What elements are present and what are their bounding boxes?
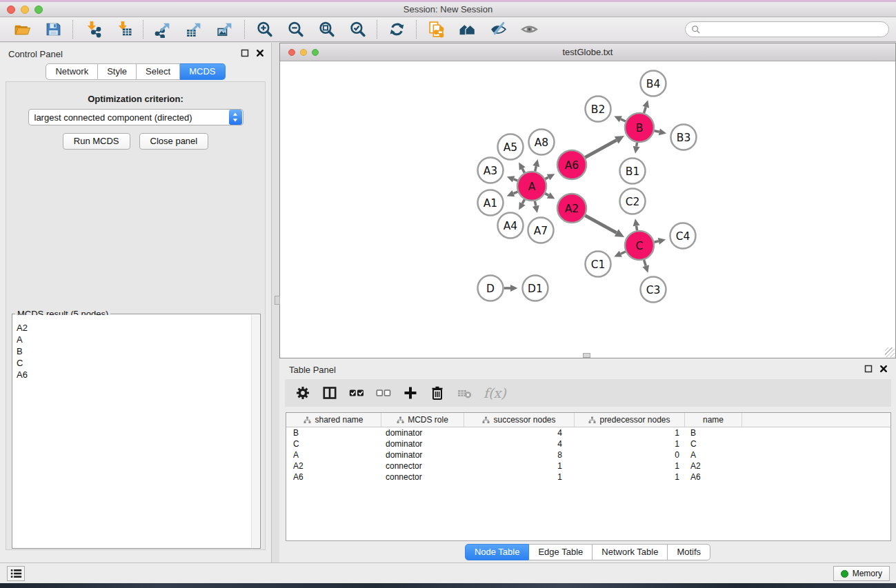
edge-B-B1[interactable] <box>637 143 637 147</box>
cell-MCDS-role[interactable]: connector <box>381 472 464 482</box>
table-row[interactable]: A2connector11A2 <box>286 460 890 472</box>
edge-A-A7[interactable] <box>535 201 535 206</box>
tab-edge-table[interactable]: Edge Table <box>529 544 593 560</box>
tab-mcds[interactable]: MCDS <box>180 63 225 80</box>
cell-name[interactable]: A <box>685 450 742 460</box>
cell-name[interactable]: B <box>685 428 742 438</box>
horizontal-split-handle[interactable] <box>583 353 590 358</box>
tab-network[interactable]: Network <box>46 63 98 80</box>
cell-shared-name[interactable]: A <box>286 450 381 460</box>
column-header-shared-name[interactable]: shared name <box>286 413 381 427</box>
show-hide-details-icon[interactable] <box>520 21 538 39</box>
cell-shared-name[interactable]: A2 <box>286 461 381 471</box>
network-canvas[interactable]: B4B2BB3A5A8A6B1A3AC2A1A2A4A7C4CC1C3DD1 <box>280 61 895 358</box>
edge-C-C1[interactable] <box>621 252 626 254</box>
import-network-icon[interactable] <box>83 21 101 39</box>
import-table-icon[interactable] <box>115 21 132 39</box>
cell-shared-name[interactable]: B <box>286 428 381 438</box>
cell-successor-nodes[interactable]: 1 <box>464 472 575 482</box>
cell-predecessor-nodes[interactable]: 1 <box>575 439 685 449</box>
create-column-icon[interactable] <box>403 385 418 401</box>
cell-predecessor-nodes[interactable]: 1 <box>575 472 685 482</box>
memory-button[interactable]: Memory <box>833 566 890 581</box>
zoom-selected-icon[interactable] <box>348 21 366 39</box>
zoom-in-icon[interactable] <box>255 21 273 39</box>
cell-successor-nodes[interactable]: 4 <box>464 439 575 449</box>
zoom-fit-icon[interactable] <box>317 21 335 39</box>
tab-network-table[interactable]: Network Table <box>593 544 668 560</box>
graphics-details-icon[interactable] <box>489 21 507 39</box>
edge-A-A3[interactable] <box>514 179 518 181</box>
float-panel-icon[interactable] <box>240 48 249 57</box>
open-file-icon[interactable] <box>13 21 31 39</box>
export-image-icon[interactable] <box>216 21 234 39</box>
select-all-columns-icon[interactable] <box>349 385 364 401</box>
search-field[interactable] <box>685 21 889 37</box>
cell-MCDS-role[interactable]: dominator <box>381 428 464 438</box>
column-header-predecessor-nodes[interactable]: predecessor nodes <box>575 413 685 427</box>
table-row[interactable]: Cdominator41C <box>286 438 890 449</box>
column-header-MCDS-role[interactable]: MCDS role <box>381 413 464 427</box>
close-table-panel-icon[interactable] <box>879 364 888 373</box>
first-neighbors-icon[interactable] <box>458 21 476 39</box>
table-row[interactable]: Adominator80A <box>286 449 890 460</box>
clone-network-icon[interactable] <box>427 21 445 39</box>
search-input[interactable] <box>701 23 888 36</box>
edge-A-A1[interactable] <box>513 192 517 193</box>
cell-successor-nodes[interactable]: 1 <box>464 461 575 471</box>
edge-A-A4[interactable] <box>522 199 524 203</box>
edge-B-B3[interactable] <box>654 131 659 132</box>
mcds-result-item[interactable]: C <box>13 357 251 369</box>
export-table-icon[interactable] <box>185 21 203 39</box>
edge-C-C2[interactable] <box>637 226 637 231</box>
cell-predecessor-nodes[interactable]: 0 <box>575 450 685 460</box>
cell-name[interactable]: A2 <box>685 461 742 471</box>
tab-motifs[interactable]: Motifs <box>668 544 710 560</box>
edge-A-A5[interactable] <box>522 169 524 173</box>
edge-C-C3[interactable] <box>644 260 646 266</box>
float-table-panel-icon[interactable] <box>864 364 873 373</box>
cell-name[interactable]: C <box>685 439 742 449</box>
deselect-all-columns-icon[interactable] <box>376 385 391 401</box>
edge-A2-C[interactable] <box>585 216 616 233</box>
column-header-name[interactable]: name <box>685 413 742 427</box>
cell-MCDS-role[interactable]: dominator <box>381 450 464 460</box>
zoom-out-icon[interactable] <box>286 21 304 39</box>
edge-A-A2[interactable] <box>545 194 548 196</box>
run-mcds-button[interactable]: Run MCDS <box>63 133 130 150</box>
export-network-icon[interactable] <box>154 21 172 39</box>
tab-select[interactable]: Select <box>137 63 180 80</box>
edge-A-A8[interactable] <box>535 166 537 171</box>
cell-predecessor-nodes[interactable]: 1 <box>575 461 685 471</box>
mcds-result-item[interactable]: B <box>13 345 251 357</box>
show-panels-button[interactable] <box>7 566 25 581</box>
table-row[interactable]: Bdominator41B <box>286 427 890 438</box>
edge-B-B2[interactable] <box>621 119 626 121</box>
mcds-result-item[interactable]: A6 <box>13 369 251 381</box>
cell-successor-nodes[interactable]: 8 <box>464 450 575 460</box>
cell-MCDS-role[interactable]: connector <box>381 461 464 471</box>
edge-B-B4[interactable] <box>644 107 646 113</box>
network-graph[interactable]: B4B2BB3A5A8A6B1A3AC2A1A2A4A7C4CC1C3DD1 <box>280 61 895 358</box>
result-scrollbar[interactable] <box>251 315 259 547</box>
cell-predecessor-nodes[interactable]: 1 <box>575 428 685 438</box>
cell-successor-nodes[interactable]: 4 <box>464 428 575 438</box>
show-columns-icon[interactable] <box>322 385 337 401</box>
table-row[interactable]: A6connector11A6 <box>286 472 890 483</box>
cell-name[interactable]: A6 <box>685 472 742 482</box>
network-window-titlebar[interactable]: testGlobe.txt <box>280 43 895 61</box>
edge-A6-B[interactable] <box>585 140 616 157</box>
close-panel-button[interactable]: Close panel <box>139 133 209 150</box>
tab-style[interactable]: Style <box>98 63 137 80</box>
close-panel-icon[interactable] <box>255 48 264 57</box>
cell-MCDS-role[interactable]: dominator <box>381 439 464 449</box>
window-resize-grip[interactable] <box>885 347 895 357</box>
vertical-split-handle[interactable] <box>275 296 280 305</box>
tab-node-table[interactable]: Node Table <box>465 544 530 560</box>
column-header-successor-nodes[interactable]: successor nodes <box>464 413 575 427</box>
cell-shared-name[interactable]: A6 <box>286 472 381 482</box>
save-session-icon[interactable] <box>44 21 62 39</box>
mcds-result-item[interactable]: A2 <box>13 322 251 334</box>
mcds-result-item[interactable]: A <box>13 334 251 345</box>
edge-C-C4[interactable] <box>654 241 658 242</box>
